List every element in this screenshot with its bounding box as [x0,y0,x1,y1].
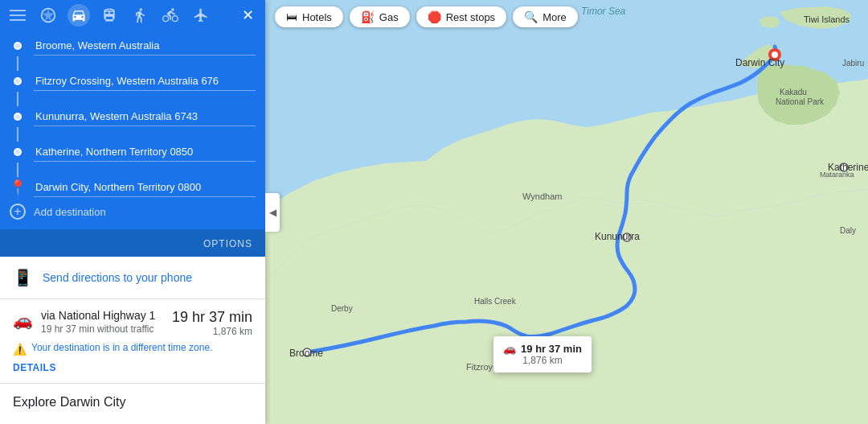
explore-icon[interactable] [37,4,59,27]
chip-gas[interactable]: ⛽ Gas [350,6,410,27]
stop-dot-container-3 [10,113,26,121]
route-time: 19 hr 37 min [172,309,252,326]
svg-text:Timor Sea: Timor Sea [581,6,626,17]
svg-text:Jabiru: Jabiru [842,59,864,68]
chip-rest-stops[interactable]: 🛑 Rest stops [416,6,506,27]
route-time-block: 19 hr 37 min 1,876 km [172,309,252,337]
chip-gas-label: Gas [379,11,399,23]
options-label[interactable]: OPTIONS [203,238,252,249]
route-warning: ⚠️ Your destination is in a different ti… [13,342,252,356]
route-header: 🚗 via National Highway 1 19 hr 37 min wi… [13,309,252,337]
drive-icon[interactable] [68,4,90,27]
stop-line-4 [17,163,18,177]
stop-row-4 [10,142,256,162]
chip-hotels-label: Hotels [302,11,332,23]
svg-text:Halls Creek: Halls Creek [474,297,517,306]
stop-dot-4 [14,148,22,156]
svg-text:Broome: Broome [289,348,323,359]
stop-row-2 [10,72,256,91]
flight-icon[interactable] [190,4,212,27]
stop-line-3 [17,127,18,142]
more-search-icon: 🔍 [524,10,538,23]
stop-line-2 [17,92,18,106]
stop-dot-container-4 [10,148,26,156]
send-directions-label: Send directions to your phone [43,271,192,284]
hotels-icon: 🛏 [286,10,297,23]
svg-rect-1 [10,14,26,16]
stop-connector-2 [10,91,256,107]
warning-icon: ⚠️ [13,343,27,356]
destination-pin-icon: 📍 [9,180,27,195]
map-area[interactable]: 🛏 Hotels ⛽ Gas 🛑 Rest stops 🔍 More [265,0,868,424]
send-directions-button[interactable]: 📱 Send directions to your phone [0,257,265,299]
chip-rest-stops-label: Rest stops [446,11,495,23]
transit-icon[interactable] [98,4,121,27]
svg-text:National Park: National Park [776,97,825,106]
svg-text:Wyndham: Wyndham [522,191,562,201]
svg-text:Derby: Derby [331,304,353,313]
route-stops: 📍 + Add destination [0,30,265,229]
stop-input-2[interactable] [34,72,256,91]
details-link[interactable]: DETAILS [13,362,252,373]
close-icon[interactable]: ✕ [236,4,259,27]
stop-row-3 [10,107,256,126]
rest-stops-icon: 🛑 [428,10,441,23]
menu-icon[interactable] [6,4,29,27]
tooltip-time: 🚗 19 hr 37 min [503,343,582,355]
collapse-panel-handle[interactable]: ◀ [265,193,280,232]
chip-hotels[interactable]: 🛏 Hotels [275,6,343,27]
add-destination-icon[interactable]: + [10,204,26,220]
tooltip-time-value: 19 hr 37 min [521,343,582,355]
map-chips: 🛏 Hotels ⛽ Gas 🛑 Rest stops 🔍 More [265,0,588,34]
send-phone-icon: 📱 [13,268,33,287]
stop-connector-1 [10,56,256,72]
svg-text:Tiwi Islands: Tiwi Islands [804,14,850,24]
route-card: 🚗 via National Highway 1 19 hr 37 min wi… [0,299,265,384]
tooltip-distance: 1,876 km [522,355,562,366]
route-car-icon: 🚗 [13,311,33,330]
walk-icon[interactable] [129,4,151,27]
route-name: via National Highway 1 [41,309,164,322]
top-nav: ✕ [0,0,265,30]
chip-more[interactable]: 🔍 More [513,6,578,27]
distance-tooltip: 🚗 19 hr 37 min 1,876 km [493,336,592,373]
svg-rect-2 [10,19,26,21]
svg-text:Mataranka: Mataranka [820,171,854,179]
stop-connector-4 [10,162,256,178]
explore-section: Explore Darwin City [0,384,265,424]
stop-dot-1 [14,42,22,50]
stop-line-1 [17,56,18,71]
stop-row-1 [10,36,256,56]
route-distance: 1,876 km [172,326,252,337]
explore-title: Explore Darwin City [13,395,252,410]
left-panel: ✕ [0,0,265,424]
stop-dot-container-2 [10,77,26,85]
options-bar: OPTIONS [0,229,265,257]
route-info: via National Highway 1 19 hr 37 min with… [41,309,164,335]
add-destination-row[interactable]: + Add destination [10,197,256,220]
tooltip-car-icon: 🚗 [503,343,516,355]
svg-text:Daly: Daly [840,226,856,235]
svg-text:Kununurra: Kununurra [595,231,640,242]
stop-input-1[interactable] [34,36,256,56]
route-sub: 19 hr 37 min without traffic [41,323,164,335]
stop-input-4[interactable] [34,142,256,162]
stop-dot-container-1 [10,42,26,50]
stop-dot-container-5: 📍 [10,180,26,195]
stop-input-5[interactable] [34,178,256,197]
cycle-icon[interactable] [159,4,182,27]
svg-rect-0 [10,10,26,11]
stop-input-3[interactable] [34,107,256,126]
stop-dot-3 [14,113,22,121]
chip-more-label: More [542,11,567,23]
add-destination-label: Add destination [34,206,106,218]
stop-connector-3 [10,126,256,142]
stop-dot-2 [14,77,22,85]
gas-icon: ⛽ [361,10,375,23]
svg-text:Darwin City: Darwin City [735,57,784,68]
svg-text:Kakadu: Kakadu [780,88,807,97]
warning-text: Your destination is in a different time … [31,342,212,353]
stop-row-5: 📍 [10,178,256,197]
